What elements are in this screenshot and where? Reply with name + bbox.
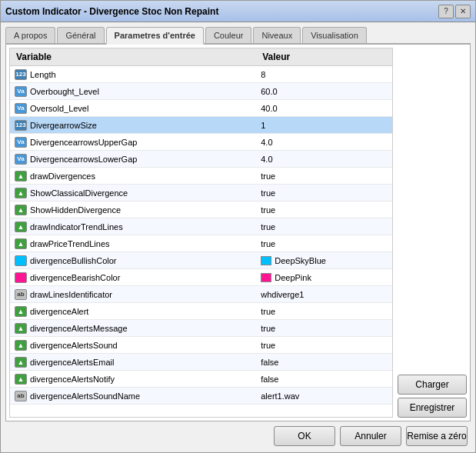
table-row: ▲ divergenceAlert true [10,303,392,320]
value-text: true [261,188,275,198]
variable-name: ShowClassicalDivergence [30,188,128,198]
col-valeur-header: Valeur [256,48,392,66]
row-icon: ▲ [15,323,27,334]
color-swatch [261,256,271,265]
variable-name: ShowHiddenDivergence [30,205,121,215]
table-row: divergenceBullishColor DeepSkyBlue [10,252,392,269]
table-row: ▲ drawIndicatorTrendLines true [10,218,392,235]
value-text: false [261,375,278,384]
row-icon: ▲ [15,205,27,215]
table-row: ▲ divergenceAlertsNotify false [10,371,392,388]
tab-parametres[interactable]: Parametres d'entrée [106,27,204,45]
row-icon: ▲ [15,340,27,351]
remise-button[interactable]: Remise a zéro [406,426,468,446]
table-row: Va DivergencearrowsLowerGap 4.0 [10,151,392,168]
annuler-button[interactable]: Annuler [340,426,401,446]
variable-name: divergenceBearishColor [30,273,120,282]
window-title: Custom Indicator - Divergence Stoc Non R… [5,6,218,17]
tab-bar: A propos Général Parametres d'entrée Cou… [5,27,471,45]
parameters-table-container[interactable]: Variable Valeur 123 Length 8 Va Overboug… [9,48,393,418]
tab-apropos[interactable]: A propos [5,27,55,43]
table-row: ab drawLinesIdentificator whdiverge1 [10,286,392,303]
color-swatch [261,273,271,282]
table-row: ▲ divergenceAlertsMessage true [10,320,392,337]
table-row: Va Oversold_Level 40.0 [10,100,392,117]
title-bar: Custom Indicator - Divergence Stoc Non R… [1,1,475,22]
variable-name: Overbought_Level [30,87,99,96]
row-icon: ▲ [15,357,27,368]
value-text: true [261,341,275,350]
row-icon [15,255,27,266]
row-icon: 123 [15,120,27,131]
row-icon: ▲ [15,171,27,182]
charger-button[interactable]: Charger [398,375,467,395]
value-text: DeepPink [275,273,311,282]
variable-name: drawDivergences [30,172,95,181]
row-icon: ▲ [15,238,27,249]
table-row: 123 DivergearrowSize 1 [10,117,392,134]
footer-buttons: OK Annuler Remise a zéro [5,421,471,448]
tab-visualisation[interactable]: Visualisation [302,27,367,43]
row-icon [15,272,27,283]
parameters-table: Variable Valeur 123 Length 8 Va Overboug… [10,48,392,405]
row-icon: ▲ [15,222,27,232]
col-variable-header: Variable [10,48,256,66]
row-icon: Va [15,137,27,148]
variable-name: divergenceAlertsEmail [30,358,114,367]
variable-name: drawIndicatorTrendLines [30,222,123,231]
value-text: alert1.wav [261,391,299,401]
value-text: true [261,239,275,248]
variable-name: divergenceBullishColor [30,256,117,265]
value-text: 4.0 [261,155,272,164]
value-text: 8 [261,70,265,79]
value-text: true [261,222,275,231]
main-window: Custom Indicator - Divergence Stoc Non R… [0,0,476,453]
close-button[interactable]: ✕ [455,5,471,18]
tab-couleur[interactable]: Couleur [205,27,252,43]
variable-name: divergenceAlert [30,307,88,316]
variable-name: divergenceAlertsSound [30,341,118,350]
table-row: ▲ drawPriceTrendLines true [10,235,392,252]
row-icon: Va [15,86,27,97]
variable-name: DivergencearrowsLowerGap [30,155,137,164]
variable-name: DivergearrowSize [30,121,97,130]
value-text: 60.0 [261,87,277,96]
variable-name: Length [30,70,56,79]
tab-general[interactable]: Général [57,27,104,43]
row-icon: ▲ [15,188,27,198]
value-text: 1 [261,121,265,130]
table-row: ▲ ShowClassicalDivergence true [10,185,392,202]
row-icon: ab [15,289,27,300]
row-icon: ▲ [15,374,27,385]
value-text: true [261,324,275,333]
value-text: whdiverge1 [261,290,304,299]
variable-name: divergenceAlertsNotify [30,375,115,384]
table-row: ▲ divergenceAlertsSound true [10,337,392,354]
table-row: Va DivergencearrowsUpperGap 4.0 [10,134,392,151]
variable-name: divergenceAlertsSoundName [30,391,140,401]
main-area: Variable Valeur 123 Length 8 Va Overboug… [9,48,467,418]
ok-button[interactable]: OK [274,426,335,446]
enregistrer-button[interactable]: Enregistrer [398,398,467,418]
value-text: false [261,358,278,367]
table-row: ▲ ShowHiddenDivergence true [10,202,392,218]
table-row: Va Overbought_Level 60.0 [10,83,392,100]
variable-name: DivergencearrowsUpperGap [30,138,137,147]
side-buttons: Charger Enregistrer [393,48,467,418]
variable-name: divergenceAlertsMessage [30,324,128,333]
title-bar-buttons: ? ✕ [438,5,471,18]
row-icon: Va [15,154,27,165]
value-text: 40.0 [261,104,277,113]
window-body: A propos Général Parametres d'entrée Cou… [1,22,475,452]
variable-name: Oversold_Level [30,104,88,113]
help-button[interactable]: ? [438,5,454,18]
table-row: 123 Length 8 [10,66,392,83]
row-icon: ▲ [15,306,27,317]
tab-niveaux[interactable]: Niveaux [253,27,301,43]
value-text: true [261,172,275,181]
variable-name: drawLinesIdentificator [30,290,112,299]
table-row: ▲ divergenceAlertsEmail false [10,354,392,371]
row-icon: 123 [15,69,27,80]
value-text: DeepSkyBlue [275,256,326,265]
table-row: divergenceBearishColor DeepPink [10,269,392,286]
